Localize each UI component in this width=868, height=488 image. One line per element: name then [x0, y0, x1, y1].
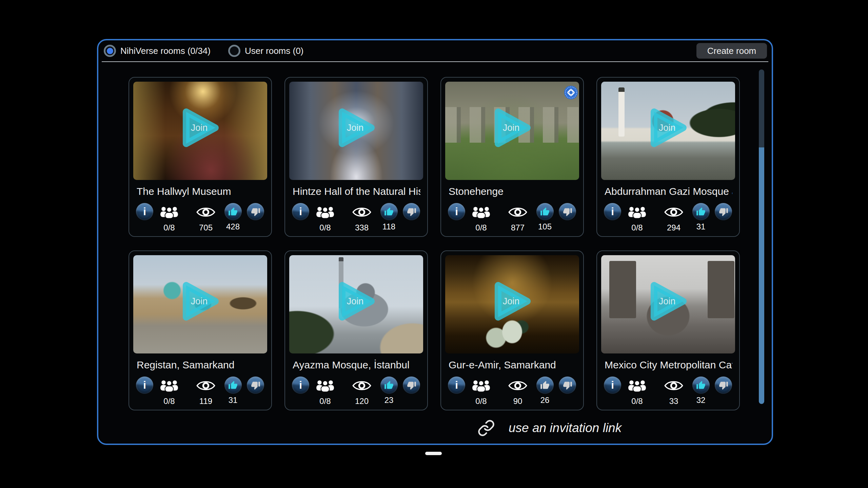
room-thumbnail[interactable]: Join: [601, 82, 735, 180]
window-drag-handle[interactable]: [425, 452, 442, 455]
members-icon: [471, 203, 491, 221]
like-button[interactable]: [380, 377, 398, 394]
views-count: 705: [199, 223, 213, 232]
room-stats: i 0/8: [291, 377, 427, 406]
create-room-button[interactable]: Create room: [696, 43, 767, 59]
info-icon: i: [299, 206, 302, 217]
dislike-button[interactable]: [559, 377, 576, 394]
world-heritage-badge-icon: [564, 86, 578, 99]
views-count: 294: [667, 223, 680, 232]
info-button[interactable]: i: [448, 377, 465, 394]
dislike-button[interactable]: [715, 377, 732, 394]
room-card[interactable]: Join Stonehenge i 0/8: [440, 77, 584, 237]
room-title: The Hallwyl Museum: [137, 185, 264, 198]
like-button[interactable]: [224, 377, 242, 394]
room-thumbnail[interactable]: Join: [445, 255, 579, 353]
room-thumbnail[interactable]: Join: [133, 82, 267, 180]
room-thumbnail[interactable]: Join: [289, 255, 423, 353]
room-title: Stonehenge: [449, 185, 576, 198]
room-card[interactable]: Join Mexico City Metropolitan Cat i 0/8: [596, 250, 740, 410]
scrollbar-track[interactable]: [759, 69, 764, 147]
info-button[interactable]: i: [604, 377, 621, 394]
dislike-button[interactable]: [403, 203, 420, 220]
room-title: Abdurrahman Gazi Mosque a: [605, 185, 732, 198]
thumbs-up-icon: [696, 207, 706, 217]
capacity-count: 0/8: [475, 223, 487, 232]
eye-icon: [508, 377, 528, 395]
info-button[interactable]: i: [604, 203, 621, 220]
info-icon: i: [143, 380, 146, 390]
join-button[interactable]: Join: [337, 107, 376, 148]
join-button[interactable]: Join: [649, 107, 688, 148]
room-stats: i 0/8: [603, 203, 739, 232]
join-button[interactable]: Join: [493, 281, 532, 322]
info-icon: i: [611, 380, 614, 390]
dislike-button[interactable]: [715, 203, 732, 220]
like-button[interactable]: [224, 203, 242, 220]
info-button[interactable]: i: [136, 203, 153, 220]
join-button[interactable]: Join: [649, 281, 688, 322]
capacity-count: 0/8: [631, 396, 643, 406]
join-label: Join: [659, 296, 676, 307]
thumbs-up-icon: [228, 207, 238, 217]
eye-icon: [352, 203, 372, 221]
invitation-link-button[interactable]: use an invitation link: [477, 419, 622, 437]
tab-user-rooms[interactable]: User rooms (0): [228, 45, 303, 57]
dislike-button[interactable]: [559, 203, 576, 220]
link-icon: [477, 419, 495, 437]
dislike-button[interactable]: [247, 203, 264, 220]
thumbs-up-icon: [540, 207, 550, 217]
info-button[interactable]: i: [448, 203, 465, 220]
like-button[interactable]: [536, 377, 554, 394]
members-icon: [471, 377, 491, 395]
room-card[interactable]: Join Abdurrahman Gazi Mosque a i 0/8: [596, 77, 740, 237]
room-thumbnail[interactable]: Join: [445, 82, 579, 180]
room-title: Gur-e-Amir, Samarkand: [449, 359, 576, 371]
room-thumbnail[interactable]: Join: [601, 255, 735, 353]
tab-label: User rooms (0): [245, 46, 303, 56]
room-thumbnail[interactable]: Join: [289, 82, 423, 180]
info-button[interactable]: i: [292, 377, 309, 394]
info-button[interactable]: i: [136, 377, 153, 394]
like-button[interactable]: [380, 203, 398, 220]
dislike-button[interactable]: [247, 377, 264, 394]
radio-icon: [228, 45, 240, 57]
tab-label: NihiVerse rooms (0/34): [120, 46, 211, 56]
info-button[interactable]: i: [292, 203, 309, 220]
join-button[interactable]: Join: [181, 107, 220, 148]
join-button[interactable]: Join: [493, 107, 532, 148]
views-count: 877: [511, 223, 525, 232]
room-card[interactable]: Join Registan, Samarkand i 0/8: [129, 250, 272, 410]
thumbs-up-icon: [228, 381, 238, 390]
room-stats: i 0/8: [603, 377, 739, 406]
room-card[interactable]: Join The Hallwyl Museum i 0/8: [129, 77, 272, 237]
scrollbar-thumb[interactable]: [759, 147, 764, 404]
join-button[interactable]: Join: [337, 281, 376, 322]
like-button[interactable]: [536, 203, 554, 220]
join-label: Join: [347, 296, 364, 307]
join-label: Join: [659, 123, 676, 133]
eye-icon: [664, 203, 684, 221]
eye-icon: [352, 377, 372, 395]
join-label: Join: [191, 123, 208, 133]
join-label: Join: [347, 123, 364, 133]
thumbs-up-icon: [696, 381, 706, 390]
likes-count: 105: [538, 222, 552, 231]
likes-count: 23: [384, 395, 394, 405]
room-card[interactable]: Join Gur-e-Amir, Samarkand i 0/8: [440, 250, 584, 410]
tab-nihiverse-rooms[interactable]: NihiVerse rooms (0/34): [104, 45, 211, 57]
capacity-count: 0/8: [631, 223, 643, 232]
join-button[interactable]: Join: [181, 281, 220, 322]
rooms-grid: Join The Hallwyl Museum i 0/8: [129, 77, 740, 410]
scrollbar[interactable]: [759, 69, 764, 404]
room-card[interactable]: Join Ayazma Mosque, İstanbul i 0/8: [284, 250, 428, 410]
room-title: Hintze Hall of the Natural His: [293, 185, 420, 198]
members-icon: [627, 377, 647, 395]
room-thumbnail[interactable]: Join: [133, 255, 267, 353]
like-button[interactable]: [692, 377, 710, 394]
like-button[interactable]: [692, 203, 710, 220]
dislike-button[interactable]: [403, 377, 420, 394]
thumbs-up-icon: [540, 381, 550, 390]
room-card[interactable]: Join Hintze Hall of the Natural His i 0/…: [284, 77, 428, 237]
eye-icon: [196, 203, 216, 221]
